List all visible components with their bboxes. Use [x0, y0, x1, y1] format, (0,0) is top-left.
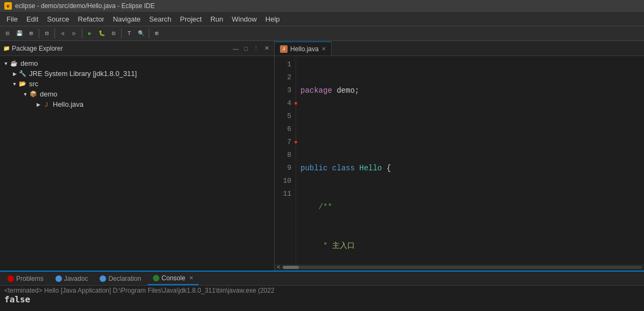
tree-item-demo-pkg[interactable]: ▼ 📦 demo — [0, 89, 274, 99]
tree-icon-demo-pkg: 📦 — [29, 91, 38, 98]
tab-console[interactable]: Console ✕ — [148, 272, 199, 285]
toolbar-back[interactable]: ◁ — [57, 28, 68, 39]
toolbar-sep-5 — [149, 29, 149, 38]
code-line-5: * 主入口 — [300, 239, 640, 252]
code-editor[interactable]: 1 2 3 4 5 6 7 8 9 10 11 package demo; pu… — [275, 56, 644, 264]
tree-label-hello-java: Hello.java — [53, 100, 83, 108]
menu-file[interactable]: File — [2, 12, 22, 26]
tree-label-jre: JRE System Library [jdk1.8.0_311] — [29, 70, 137, 78]
menu-refactor[interactable]: Refactor — [74, 12, 109, 26]
tree-arrow-demo: ▼ — [2, 61, 10, 66]
tree-label-demo-pkg: demo — [40, 90, 58, 98]
toolbar-search[interactable]: 🔍 — [136, 28, 146, 39]
toolbar-debug[interactable]: 🐛 — [96, 28, 107, 39]
tab-javadoc-label: Javadoc — [64, 275, 88, 282]
line-6: 6 — [278, 123, 291, 136]
toolbar-sep-1 — [39, 29, 39, 38]
code-line-4: /** — [300, 201, 640, 213]
javadoc-icon — [55, 275, 62, 282]
tree-arrow-jre: ▶ — [11, 71, 18, 77]
tab-problems[interactable]: Problems — [2, 272, 49, 285]
line-2: 2 — [278, 71, 291, 84]
line-11: 11 — [278, 188, 291, 201]
main-layout: 📁 Package Explorer — □ ⋮ ✕ ▼ ☕ demo ▶ 🔧 … — [0, 41, 644, 271]
toolbar-run[interactable]: ▶ — [85, 28, 95, 39]
tree-item-hello-java[interactable]: ▶ J Hello.java — [0, 99, 274, 109]
editor-tab-hello-java[interactable]: J Hello.java ✕ — [275, 42, 332, 56]
menu-search[interactable]: Search — [145, 12, 176, 26]
menu-run[interactable]: Run — [206, 12, 228, 26]
menu-help[interactable]: Help — [261, 12, 284, 26]
package-explorer-header: 📁 Package Explorer — □ ⋮ ✕ — [0, 41, 274, 56]
toolbar-save-all[interactable]: ⊞ — [26, 28, 37, 39]
menu-window[interactable]: Window — [228, 12, 261, 26]
line-3: 3 — [278, 84, 291, 97]
tree-arrow-demo-pkg: ▼ — [22, 92, 29, 97]
panel-close-btn[interactable]: ✕ — [263, 44, 271, 52]
editor-tabs: J Hello.java ✕ — [275, 41, 644, 56]
scrollbar-track[interactable] — [283, 266, 642, 269]
console-terminated-text: <terminated> Hello [Java Application] D:… — [4, 287, 640, 294]
tree-item-jre[interactable]: ▶ 🔧 JRE System Library [jdk1.8.0_311] — [0, 68, 274, 79]
tab-java-icon: J — [280, 45, 288, 53]
tree-icon-src: 📂 — [18, 80, 27, 88]
toolbar-forward[interactable]: ▷ — [69, 28, 80, 39]
editor-area: J Hello.java ✕ 1 2 3 4 5 6 7 8 9 10 11 p… — [275, 41, 644, 271]
tab-javadoc[interactable]: Javadoc — [50, 272, 94, 285]
panel-minimize-btn[interactable]: — — [231, 45, 240, 52]
editor-scrollbar[interactable]: < — [275, 264, 644, 271]
toolbar-run-config[interactable]: ⊡ — [108, 28, 119, 39]
tree-label-demo: demo — [20, 59, 38, 67]
package-explorer-tree: ▼ ☕ demo ▶ 🔧 JRE System Library [jdk1.8.… — [0, 56, 274, 112]
tree-icon-jre: 🔧 — [18, 70, 27, 78]
line-7-bp: 7 — [278, 136, 291, 149]
menu-navigate[interactable]: Navigate — [109, 12, 145, 26]
code-content[interactable]: package demo; public class Hello { /** *… — [296, 56, 644, 264]
console-close-btn[interactable]: ✕ — [189, 275, 193, 281]
scroll-left-arrow[interactable]: < — [277, 264, 281, 271]
package-explorer-title: Package Explorer — [12, 45, 63, 52]
tree-arrow-hello: ▶ — [34, 102, 42, 107]
tree-item-src[interactable]: ▼ 📂 src — [0, 79, 274, 89]
code-line-3: public class Hello { — [300, 162, 640, 175]
toolbar-print[interactable]: ⊟ — [41, 28, 52, 39]
line-8: 8 — [278, 149, 291, 162]
code-line-1: package demo; — [300, 84, 640, 97]
menu-source[interactable]: Source — [43, 12, 73, 26]
toolbar: ⊡ 💾 ⊞ ⊟ ◁ ▷ ▶ 🐛 ⊡ T 🔍 ⊞ — [0, 26, 644, 41]
tree-label-src: src — [29, 80, 38, 88]
scrollbar-thumb[interactable] — [283, 266, 299, 269]
panel-maximize-btn[interactable]: □ — [242, 45, 249, 52]
panel-header-actions: — □ ⋮ ✕ — [231, 44, 271, 52]
package-explorer-panel: 📁 Package Explorer — □ ⋮ ✕ ▼ ☕ demo ▶ 🔧 … — [0, 41, 275, 271]
console-icon — [153, 275, 159, 281]
toolbar-new[interactable]: ⊡ — [2, 28, 13, 39]
tab-problems-label: Problems — [16, 275, 44, 282]
menu-project[interactable]: Project — [176, 12, 206, 26]
package-explorer-icon: 📁 — [3, 45, 10, 51]
title-bar: e eclipse - demo/src/demo/Hello.java - E… — [0, 0, 644, 12]
menu-edit[interactable]: Edit — [22, 12, 43, 26]
window-title: eclipse - demo/src/demo/Hello.java - Ecl… — [15, 2, 155, 10]
tab-declaration[interactable]: Declaration — [94, 272, 146, 285]
declaration-icon — [100, 275, 106, 282]
tab-declaration-label: Declaration — [108, 275, 141, 282]
line-4-bp: 4 — [278, 97, 291, 110]
bottom-content: <terminated> Hello [Java Application] D:… — [0, 286, 644, 311]
tree-arrow-src: ▼ — [11, 81, 18, 87]
tab-close-btn[interactable]: ✕ — [321, 46, 326, 52]
line-1: 1 — [278, 58, 291, 71]
tree-item-demo[interactable]: ▼ ☕ demo — [0, 58, 274, 68]
menu-bar: File Edit Source Refactor Navigate Searc… — [0, 12, 644, 26]
toolbar-save[interactable]: 💾 — [14, 28, 25, 39]
console-output: false — [4, 294, 640, 305]
toolbar-perspective[interactable]: ⊞ — [151, 28, 162, 39]
tab-console-label: Console — [162, 274, 185, 282]
app-icon: e — [4, 2, 12, 10]
problems-icon — [8, 275, 14, 282]
line-5: 5 — [278, 110, 291, 123]
toolbar-open-type[interactable]: T — [124, 28, 135, 39]
panel-menu-btn[interactable]: ⋮ — [251, 44, 261, 52]
toolbar-sep-4 — [121, 29, 122, 38]
line-10: 10 — [278, 175, 291, 188]
